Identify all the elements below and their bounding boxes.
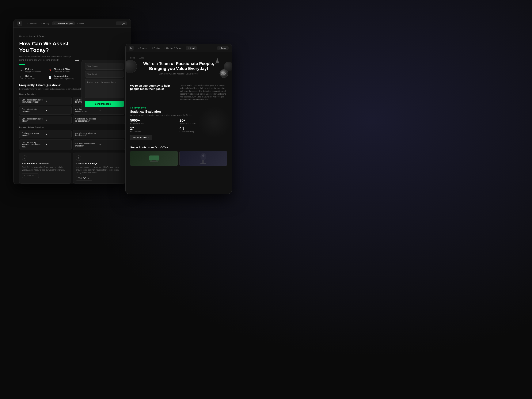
- about-nav-courses[interactable]: 1 Courses: [136, 46, 149, 50]
- arrow-decoration: [215, 58, 220, 66]
- svg-rect-7: [200, 163, 206, 164]
- mail-icon: ✉: [19, 68, 24, 73]
- nav-item-about[interactable]: 4 About: [76, 21, 86, 25]
- contact-left: Home → Contact & Support How Can We Assi…: [19, 32, 74, 80]
- email-input[interactable]: [85, 71, 124, 77]
- about-window: L 1 Courses 2 Pricing 3 Contact & Suppor…: [125, 44, 232, 194]
- stat-value: 4.9: [180, 127, 227, 131]
- faq-item[interactable]: Are there any discounts available? ▾: [73, 139, 125, 150]
- page-title: How Can We Assist You Today?: [19, 40, 74, 53]
- office-images: [130, 151, 227, 166]
- stat-label: Customer Rating: [180, 131, 227, 133]
- nav-logo: L: [17, 21, 22, 26]
- stat-label: Advanced Courses: [180, 123, 227, 125]
- stats-grid: 5000+ Happy Learners 20+ Advanced Course…: [130, 119, 227, 133]
- office-image-desk: [130, 151, 178, 166]
- achievements-label: ACHIEVEMENTS: [130, 107, 227, 109]
- about-journey-grid: We're on Our Journey to help people reac…: [130, 84, 227, 101]
- journey-text: Luma embarks on a transformative quest t…: [180, 84, 227, 101]
- about-nav-items: 1 Courses 2 Pricing 3 Contact & Support …: [136, 46, 215, 50]
- stat-courses: 20+ Advanced Courses: [180, 119, 227, 125]
- about-hero: Home → About We're a Team of Passionate …: [126, 52, 232, 81]
- nav-items: 1 Courses 2 Pricing 3 Contact & Support …: [25, 21, 113, 25]
- nav-item-courses[interactable]: 1 Courses: [25, 21, 38, 25]
- svg-rect-5: [150, 161, 158, 162]
- about-nav-pricing[interactable]: 2 Pricing: [150, 46, 162, 50]
- contact-us-button[interactable]: Contact Us →: [22, 173, 39, 178]
- journey-title: We're on Our Journey to help people reac…: [130, 84, 177, 100]
- nav-item-contact[interactable]: 3 Contact & Support: [52, 21, 75, 25]
- achievements-desc: We've achieved a lot over the past year …: [130, 114, 227, 116]
- chevron-down-icon: ▾: [46, 100, 69, 102]
- stat-label: Pro Teachers: [130, 131, 178, 133]
- about-journey-section: We're on Our Journey to help people reac…: [126, 81, 232, 104]
- chevron-down-icon: ▾: [100, 133, 123, 135]
- docs-icon: 📄: [48, 75, 52, 80]
- contact-content: ✳ Send Message → Home → Contact & Suppor…: [13, 28, 131, 184]
- stat-value: 17: [130, 127, 178, 131]
- more-about-us-button[interactable]: More About Us →: [130, 135, 152, 140]
- stat-rating: 4.9 Customer Rating: [180, 127, 227, 133]
- green-bar-decoration: [19, 64, 25, 65]
- faq-item[interactable]: Can I interact with instructors? ▾: [19, 106, 72, 114]
- help-faq-icon: ⊕: [76, 155, 81, 161]
- achievements-title: Statistical Evaluation: [130, 110, 227, 114]
- contact-faq: ❓ Check out FAQs Get Quick Answers: [48, 68, 74, 73]
- achievements-section: ACHIEVEMENTS Statistical Evaluation We'v…: [126, 104, 232, 143]
- faq-item[interactable]: Are refunds available for the Courses? ▾: [73, 130, 125, 138]
- contact-window: L 1 Courses 2 Pricing 3 Contact & Suppor…: [13, 19, 131, 184]
- help-cards: ○ Still Require Assistance? Can't find t…: [19, 152, 125, 184]
- faq-item[interactable]: Can I transfer my enrollment to someone …: [19, 139, 72, 150]
- nav-item-pricing[interactable]: 2 Pricing: [39, 21, 51, 25]
- about-nav: L 1 Courses 2 Pricing 3 Contact & Suppor…: [126, 44, 232, 52]
- help-card-desc: Can't find the answer here? Message us f…: [22, 166, 68, 171]
- chrome-spiral-icon: [219, 69, 228, 79]
- about-nav-logo: L: [129, 46, 133, 51]
- help-contact-icon: ○: [22, 155, 27, 161]
- help-card-desc: You may wanna check out our all FAQs pag…: [76, 166, 122, 174]
- about-nav-about[interactable]: 4 About: [186, 46, 197, 50]
- visit-faqs-button[interactable]: Visit FAQs →: [76, 176, 92, 181]
- about-nav-contact[interactable]: 3 Contact & Support: [163, 46, 185, 50]
- faq-icon: ❓: [48, 68, 52, 73]
- svg-rect-4: [152, 160, 156, 161]
- faq-item[interactable]: Can I share my progress on social media?…: [73, 116, 125, 124]
- stat-label: Happy Learners: [130, 123, 178, 125]
- svg-point-9: [202, 154, 204, 157]
- contact-form: Send Message →: [82, 60, 127, 110]
- name-input[interactable]: [85, 63, 124, 70]
- send-message-button[interactable]: Send Message →: [85, 101, 124, 107]
- office-section: Some Shots from Our Office!: [126, 143, 232, 169]
- chevron-down-icon: ▾: [46, 144, 69, 146]
- svg-rect-3: [149, 156, 159, 160]
- contact-info-grid: ✉ Mail Us hey@framerit.com ❓ Check out F…: [19, 68, 74, 80]
- phone-icon: 📞: [19, 75, 24, 80]
- about-breadcrumb: Home → About: [130, 57, 227, 59]
- chevron-down-icon: ▾: [100, 119, 123, 121]
- nav-login-btn[interactable]: L Login: [116, 21, 127, 25]
- office-image-lamp: [179, 151, 227, 166]
- message-textarea[interactable]: [85, 79, 124, 98]
- office-title: Some Shots from Our Office!: [130, 146, 227, 149]
- stat-teachers: 17 Pro Teachers: [130, 127, 178, 133]
- faq-payment-grid: Are there any hidden charges? ▾ Are refu…: [19, 130, 125, 150]
- about-nav-login[interactable]: L Login: [217, 46, 228, 50]
- faq-item[interactable]: Can I access the Courses on multiple dev…: [19, 97, 72, 105]
- faq-item[interactable]: Are there any hidden charges? ▾: [19, 130, 72, 138]
- about-subtitle: Want to Know a little About us? Let us t…: [130, 73, 227, 75]
- page-description: Need some assistance? Feel free to send …: [19, 55, 74, 61]
- chevron-down-icon: ▾: [100, 144, 123, 146]
- faq-item[interactable]: Can I access the Courses offline? ▾: [19, 116, 72, 124]
- faq-category-payment: Payment Related Questions: [19, 126, 125, 128]
- breadcrumb: Home → Contact & Support: [19, 35, 74, 38]
- svg-point-0: [220, 69, 228, 78]
- stat-value: 5000+: [130, 119, 178, 123]
- chevron-down-icon: ▾: [46, 133, 69, 135]
- about-page-title: We're a Team of Passionate People, Bring…: [130, 61, 227, 71]
- help-card-faq: ⊕ Check Out All FAQs! You may wanna chec…: [73, 152, 125, 184]
- help-card-title: Check Out All FAQs!: [76, 162, 122, 165]
- help-card-contact: ○ Still Require Assistance? Can't find t…: [19, 152, 71, 184]
- contact-nav: L 1 Courses 2 Pricing 3 Contact & Suppor…: [13, 19, 131, 28]
- contact-docs: 📄 Documentation Instant Help Right Away.: [48, 75, 74, 80]
- contact-mail: ✉ Mail Us hey@framerit.com: [19, 68, 46, 73]
